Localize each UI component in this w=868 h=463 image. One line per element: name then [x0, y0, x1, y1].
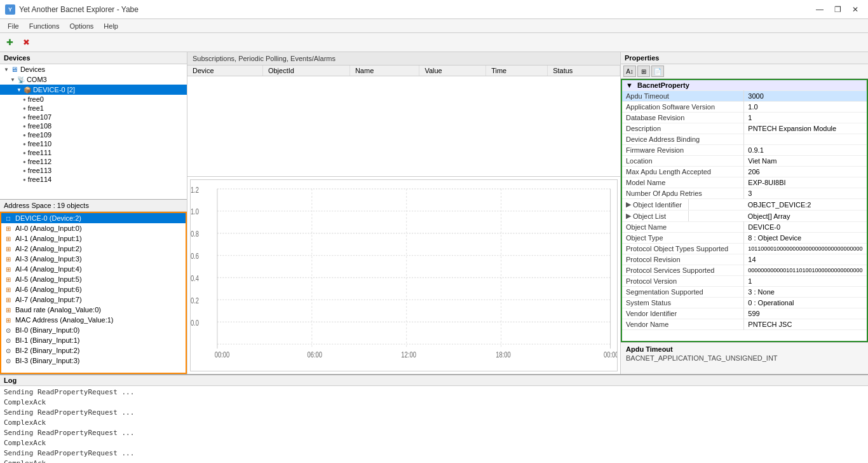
free111-label: free111 — [28, 149, 51, 156]
free113-dot: ● — [23, 168, 26, 174]
menu-functions[interactable]: Functions — [24, 21, 65, 31]
menu-options[interactable]: Options — [64, 21, 98, 31]
addr-ai7[interactable]: ⊞ AI-7 (Analog_Input:7) — [1, 294, 186, 305]
toolbar: ✚ ✖ — [0, 33, 868, 52]
tree-devices-root[interactable]: ▼ 🖥 Devices — [0, 64, 187, 74]
minimize-button[interactable]: — — [812, 3, 827, 16]
free110-label: free110 — [28, 140, 51, 148]
tree-free1[interactable]: ● free1 — [0, 104, 187, 113]
table-header-row: Device ObjectId Name Value Time Status — [187, 66, 620, 76]
addr-baud[interactable]: ⊞ Baud rate (Analog_Value:0) — [1, 305, 186, 315]
tree-free0[interactable]: ● free0 — [0, 95, 187, 104]
prop-row-obj-list[interactable]: ▶Object List Object[] Array — [622, 211, 867, 222]
properties-title: Properties — [625, 54, 659, 62]
addr-ai4-label: AI-4 (Analog_Input:4) — [15, 265, 82, 273]
properties-table-container: ▼ BacnetProperty Apdu Timeout 3000 Appli… — [621, 79, 868, 342]
prop-row-max-apdu[interactable]: Max Apdu Length Accepted 206 — [622, 167, 867, 177]
svg-text:1.2: 1.2 — [191, 185, 199, 194]
prop-row-obj-type[interactable]: Object Type 8 : Object Device — [622, 233, 867, 244]
svg-text:18:00: 18:00 — [496, 350, 511, 359]
prop-row-db-rev[interactable]: Database Revision 1 — [622, 113, 867, 123]
remove-button[interactable]: ✖ — [19, 36, 33, 50]
prop-val-max-apdu: 206 — [744, 167, 867, 177]
prop-row-proto-svc[interactable]: Protocol Services Supported 000000000000… — [622, 265, 867, 276]
free113-label: free113 — [28, 167, 51, 174]
addr-device0-icon: □ — [4, 214, 13, 223]
tree-free112[interactable]: ● free112 — [0, 157, 187, 166]
log-line-4: ComplexAck — [4, 418, 864, 428]
addr-mac[interactable]: ⊞ MAC Address (Analog_Value:1) — [1, 315, 186, 325]
tree-free113[interactable]: ● free113 — [0, 166, 187, 175]
tree-free109[interactable]: ● free109 — [0, 130, 187, 139]
addr-device0[interactable]: □ DEVICE-0 (Device:2) — [1, 213, 186, 223]
props-describe-btn[interactable]: 📄 — [651, 66, 664, 77]
bacnet-property-label[interactable]: ▼ BacnetProperty — [622, 80, 867, 91]
tree-free107[interactable]: ● free107 — [0, 113, 187, 121]
svg-text:0.6: 0.6 — [191, 252, 199, 261]
menu-file[interactable]: File — [3, 21, 24, 31]
prop-row-model[interactable]: Model Name EXP-8UI8BI — [622, 177, 867, 188]
svg-text:0.4: 0.4 — [191, 274, 199, 283]
prop-row-dev-addr[interactable]: Device Address Binding — [622, 134, 867, 145]
addr-bi2-icon: ⊙ — [4, 346, 13, 355]
prop-row-vendor-name[interactable]: Vendor Name PNTECH JSC — [622, 319, 867, 330]
addr-bi2[interactable]: ⊙ BI-2 (Binary_Input:2) — [1, 345, 186, 356]
prop-val-app-sw-ver: 1.0 — [744, 102, 867, 113]
addr-ai0-label: AI-0 (Analog_Input:0) — [15, 225, 82, 232]
free109-dot: ● — [23, 132, 26, 138]
prop-row-obj-id[interactable]: ▶Object Identifier OBJECT_DEVICE:2 — [622, 199, 867, 211]
props-categorize-btn[interactable]: ⊞ — [637, 66, 650, 77]
properties-data-table: ▼ BacnetProperty Apdu Timeout 3000 Appli… — [622, 80, 867, 330]
maximize-button[interactable]: ❐ — [830, 3, 845, 16]
addr-bi0[interactable]: ⊙ BI-0 (Binary_Input:0) — [1, 325, 186, 335]
prop-row-fw-rev[interactable]: Firmware Revision 0.9.1 — [622, 145, 867, 156]
tree-com3[interactable]: ▼ 📡 COM3 — [0, 74, 187, 85]
prop-row-app-sw-ver[interactable]: Application Software Version 1.0 — [622, 102, 867, 113]
prop-name-obj-id: ▶Object Identifier — [622, 199, 689, 210]
prop-val-db-rev: 1 — [744, 113, 867, 123]
col-objectid: ObjectId — [262, 66, 349, 76]
menu-help[interactable]: Help — [98, 21, 123, 31]
prop-val-obj-name: DEVICE-0 — [744, 222, 867, 233]
addr-ai1[interactable]: ⊞ AI-1 (Analog_Input:1) — [1, 233, 186, 244]
props-sort-btn[interactable]: A↕ — [623, 66, 636, 77]
addr-mac-icon: ⊞ — [4, 315, 13, 324]
prop-row-obj-name[interactable]: Object Name DEVICE-0 — [622, 222, 867, 233]
addr-bi1[interactable]: ⊙ BI-1 (Binary_Input:1) — [1, 335, 186, 345]
addr-ai4[interactable]: ⊞ AI-4 (Analog_Input:4) — [1, 264, 186, 274]
addr-ai2[interactable]: ⊞ AI-2 (Analog_Input:2) — [1, 244, 186, 254]
addr-ai0[interactable]: ⊞ AI-0 (Analog_Input:0) — [1, 223, 186, 233]
prop-row-sys-status[interactable]: System Status 0 : Operational — [622, 298, 867, 308]
prop-row-proto-ver[interactable]: Protocol Version 1 — [622, 276, 867, 287]
prop-row-seg-sup[interactable]: Segmentation Supported 3 : None — [622, 287, 867, 298]
prop-val-seg-sup: 3 : None — [744, 287, 867, 298]
tree-free108[interactable]: ● free108 — [0, 121, 187, 130]
addr-ai6[interactable]: ⊞ AI-6 (Analog_Input:6) — [1, 284, 186, 294]
tree-free110[interactable]: ● free110 — [0, 139, 187, 148]
addr-ai5[interactable]: ⊞ AI-5 (Analog_Input:5) — [1, 274, 186, 284]
prop-row-loc[interactable]: Location Viet Nam — [622, 156, 867, 167]
add-button[interactable]: ✚ — [3, 36, 17, 50]
prop-name-seg-sup: Segmentation Supported — [622, 287, 744, 298]
prop-row-apdu-timeout[interactable]: Apdu Timeout 3000 — [622, 91, 867, 102]
addr-ai3[interactable]: ⊞ AI-3 (Analog_Input:3) — [1, 254, 186, 264]
tree-free111[interactable]: ● free111 — [0, 148, 187, 157]
free114-dot: ● — [23, 177, 26, 183]
prop-row-desc[interactable]: Description PNTECH Expansion Module — [622, 123, 867, 134]
prop-row-proto-rev[interactable]: Protocol Revision 14 — [622, 254, 867, 265]
chart-section: 1.2 1.0 0.8 0.6 0.4 0.2 0.0 00:00 06:00 … — [187, 177, 620, 374]
addr-bi3[interactable]: ⊙ BI-3 (Binary_Input:3) — [1, 356, 186, 366]
tree-free114[interactable]: ● free114 — [0, 175, 187, 184]
expand-icon: ▼ — [4, 67, 9, 73]
prop-row-num-apdu[interactable]: Number Of Apdu Retries 3 — [622, 188, 867, 199]
bottom-info-text: BACNET_APPLICATION_TAG_UNSIGNED_INT — [626, 354, 863, 362]
tree-device0[interactable]: ▼ 📦 DEVICE-0 [2] — [0, 85, 187, 95]
close-button[interactable]: ✕ — [848, 3, 863, 16]
prop-val-dev-addr — [744, 134, 867, 145]
prop-val-proto-obj: 101100001000000000000000000000000000 — [744, 244, 867, 254]
chart-container: 1.2 1.0 0.8 0.6 0.4 0.2 0.0 00:00 06:00 … — [190, 179, 618, 371]
prop-row-proto-obj[interactable]: Protocol Object Types Supported 10110000… — [622, 244, 867, 254]
prop-row-vendor-id[interactable]: Vendor Identifier 599 — [622, 308, 867, 319]
properties-toolbar: A↕ ⊞ 📄 — [621, 64, 868, 79]
prop-name-obj-list: ▶Object List — [622, 211, 689, 221]
